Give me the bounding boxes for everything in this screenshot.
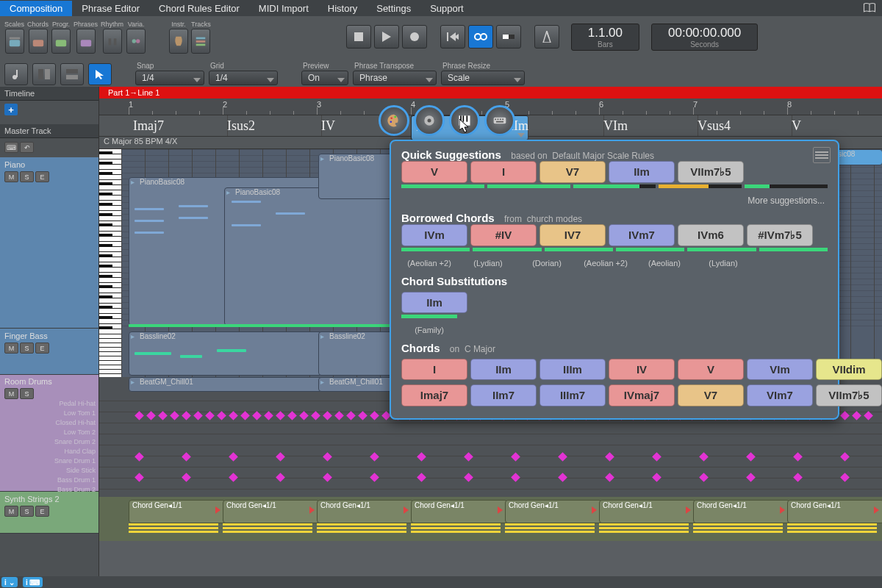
chord-suggestion-button[interactable]: IIIm [539,359,606,380]
menu-support[interactable]: Support [420,1,473,16]
grid-select[interactable]: 1/4 [209,71,278,85]
drum-lane[interactable] [99,478,882,490]
stop-button[interactable] [346,25,371,49]
metronome-button[interactable] [534,25,559,49]
track-header-drums[interactable]: Room Drums M S Pedal Hi-hatLow Tom 1Clos… [0,375,98,492]
drum-lane[interactable] [99,467,882,478]
chord-cell[interactable]: V [787,115,882,136]
tool-scales[interactable] [5,29,24,54]
chord-suggestion-button[interactable]: IVmaj7 [609,384,675,406]
gear-icon[interactable] [414,105,445,136]
piano-solo[interactable]: S [20,171,34,182]
synth-clip[interactable]: Chord Gen◂1/1 [411,500,508,523]
drum-clip-1[interactable]: BeatGM_Chill01 [129,377,324,392]
tool-chords[interactable] [29,29,48,54]
synth-solo[interactable]: S [20,506,34,517]
chord-suggestion-button[interactable]: IVm [401,224,467,246]
chord-suggestion-button[interactable]: V7 [539,161,606,183]
more-suggestions-link[interactable]: More suggestions... [404,196,825,206]
chord-suggestion-button[interactable]: #IV [470,224,537,246]
chord-suggestion-button[interactable]: VIm [747,359,813,380]
chord-suggestion-button[interactable]: IIm [609,161,675,183]
synth-clip[interactable]: Chord Gen◂1/1 [129,500,226,523]
master-revert-icon[interactable]: ↶ [20,142,34,153]
record-button[interactable] [402,25,427,49]
keyboard-icon[interactable] [484,105,515,136]
chord-suggestion-button[interactable]: IIIm7 [539,384,606,406]
chord-suggestion-button[interactable]: IIm7 [470,384,537,406]
popup-menu-icon[interactable] [813,147,831,163]
tool-variations[interactable] [126,29,146,54]
synth-mute[interactable]: M [4,506,18,517]
pointer-tool-button[interactable] [88,63,112,85]
bars-counter[interactable]: 1.1.00 Bars [571,24,639,51]
track-header-synth[interactable]: Synth Strings 2 M S E [0,492,98,534]
info-button-2[interactable]: i ⌨ [23,577,43,587]
loop-button[interactable] [468,25,493,49]
chord-cell[interactable]: IIm [505,115,604,136]
synth-clip[interactable]: Chord Gen◂1/1 [693,500,790,523]
phrase-transpose-select[interactable]: Phrase [353,71,437,85]
track-header-bass[interactable]: Finger Bass M S E [0,329,98,375]
add-timeline-button[interactable]: + [4,104,18,115]
piano-mute[interactable]: M [4,171,18,182]
play-button[interactable] [374,25,399,49]
snap-select[interactable]: 1/4 [135,71,204,85]
tool-progressions[interactable] [51,29,71,54]
bass-edit[interactable]: E [35,343,49,354]
part-bar[interactable]: Part 1→Line 1 [99,87,882,98]
drums-mute[interactable]: M [4,388,18,399]
drum-lane[interactable] [99,445,882,456]
chord-suggestion-button[interactable]: V [401,161,467,183]
note-tool-button[interactable] [4,63,28,85]
chord-cell[interactable]: VIm [599,115,698,136]
chord-cell[interactable]: Isus2 [223,115,322,136]
chord-suggestion-button[interactable]: IVm7 [609,224,675,246]
chord-suggestion-button[interactable]: I [470,161,537,183]
drum-lane[interactable] [99,423,882,434]
menu-settings[interactable]: Settings [367,1,420,16]
seconds-counter[interactable]: 00:00:00.000 Seconds [651,24,758,51]
rewind-button[interactable] [440,25,465,49]
synth-clip[interactable]: Chord Gen◂1/1 [599,500,696,523]
menu-midi-import[interactable]: MIDI Import [249,1,318,16]
mode-button[interactable] [496,25,521,49]
chord-suggestion-button[interactable]: IVm6 [678,224,744,246]
info-button-1[interactable]: i ⌄ [1,577,18,587]
chord-suggestion-button[interactable]: IV7 [539,224,606,246]
view-button-1[interactable] [32,63,56,85]
tool-phrases[interactable] [76,29,96,54]
synth-area[interactable]: Chord Gen◂1/1Chord Gen◂1/1Chord Gen◂1/1C… [99,497,882,541]
tool-tracks[interactable] [191,29,210,54]
synth-edit[interactable]: E [35,506,49,517]
menu-chord-rules[interactable]: Chord Rules Editor [149,1,249,16]
bass-solo[interactable]: S [20,343,34,354]
chord-suggestion-button[interactable]: VIIm7♭5 [816,384,882,406]
chord-cell[interactable]: Vsus4 [693,115,792,136]
synth-clip[interactable]: Chord Gen◂1/1 [505,500,602,523]
chord-suggestion-button[interactable]: Imaj7 [401,384,467,406]
chord-suggestion-button[interactable]: V7 [678,384,744,406]
tool-instruments[interactable] [169,29,188,54]
chord-suggestion-button[interactable]: V [678,359,744,380]
chord-suggestion-button[interactable]: I [401,359,467,380]
menu-history[interactable]: History [318,1,367,16]
help-book-icon[interactable] [863,2,876,14]
view-button-2[interactable] [60,63,84,85]
menu-composition[interactable]: Composition [0,1,72,16]
drum-lane[interactable] [99,456,882,467]
bass-mute[interactable]: M [4,343,18,354]
synth-clip[interactable]: Chord Gen◂1/1 [317,500,414,523]
chord-suggestion-button[interactable]: #IVm7♭5 [747,224,813,246]
drums-solo[interactable]: S [20,388,34,399]
chord-suggestion-button[interactable]: VIIm7♭5 [678,161,744,183]
palette-icon[interactable] [379,105,409,136]
chord-suggestion-button[interactable]: IIm [401,292,467,313]
chord-suggestion-button[interactable]: VIIdim [816,359,882,380]
menu-phrase-editor[interactable]: Phrase Editor [72,1,149,16]
chord-suggestion-button[interactable]: VIm7 [747,384,813,406]
phrase-resize-select[interactable]: Scale [441,71,525,85]
synth-clip[interactable]: Chord Gen◂1/1 [223,500,320,523]
drum-lane[interactable] [99,434,882,445]
master-keyboard-icon[interactable]: ⌨ [4,142,18,153]
